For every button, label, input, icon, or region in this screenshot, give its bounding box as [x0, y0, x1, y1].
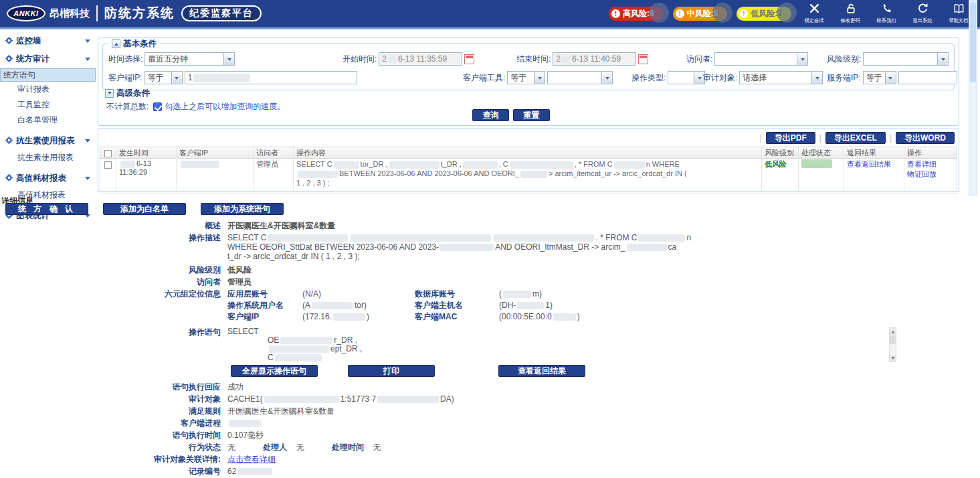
start-time-input[interactable]: 26-13 11:35:59 [379, 52, 462, 66]
no-count-checkbox[interactable] [153, 102, 162, 111]
calendar-icon[interactable] [464, 54, 474, 64]
print-button[interactable]: 打印 [348, 365, 435, 377]
client-tool-select[interactable] [547, 71, 613, 84]
redaction-blur [627, 244, 667, 251]
filter-container: 基本条件 时间选择: 最近五分钟 开始时间: 26-13 11:35:59 结束… [98, 37, 959, 126]
redaction-blur [517, 302, 544, 309]
header-underline [0, 27, 980, 29]
cell-visitor: 管理员 [254, 159, 294, 193]
gear-icon [5, 37, 13, 46]
client-tool-op-select[interactable]: 等于 [507, 71, 545, 84]
view-relation-detail-link[interactable]: 点击查看详细 [227, 455, 276, 464]
redaction-blur [463, 161, 498, 169]
high-risk-badge[interactable]: ! 高风险:8 [609, 7, 664, 21]
change-password-button[interactable]: 修改密码 [837, 3, 864, 24]
add-whitelist-button[interactable]: 添加为白名单 [103, 203, 186, 215]
logout-arrow-icon [917, 3, 928, 16]
summary-row: 概述 开医嘱医生&开医嘱科室&数量 [0, 221, 980, 231]
sidebar-group-monitor-wall[interactable]: 监控墙 [0, 32, 96, 50]
sidebar-item-audit-report[interactable]: 审计报表 [0, 82, 96, 97]
redaction-blur [520, 171, 547, 178]
calendar-icon[interactable] [638, 54, 648, 64]
detail-rows: 概述 开医嘱医生&开医嘱科室&数量 操作描述 SELECT C. * FROM … [0, 221, 980, 478]
redaction-blur [638, 234, 685, 242]
query-button[interactable]: 查询 [472, 109, 509, 121]
sidebar-group-consumable-report[interactable]: 高值耗材报表 [0, 169, 96, 187]
risk-level-field: 风险级别: [827, 52, 949, 66]
export-word-button[interactable]: 导出WORD [896, 132, 955, 144]
view-detail-link[interactable]: 查看详细 [907, 160, 937, 168]
redaction-blur [553, 313, 576, 321]
chevron-down-icon [85, 139, 90, 145]
sidebar-item-tool-monitor[interactable]: 工具监控 [0, 97, 96, 112]
redaction-blur [333, 313, 365, 321]
redaction-blur [801, 159, 832, 168]
scroll-up-icon[interactable] [890, 328, 896, 335]
risk-level-select[interactable] [863, 52, 949, 66]
redaction-blur [377, 396, 439, 403]
col-time: 发生时间 [116, 147, 177, 159]
audit-target-value: CACHE1(1:51773 7DA) [227, 394, 454, 404]
fullscreen-sql-button[interactable]: 全屏显示操作语句 [231, 365, 318, 377]
row-checkbox[interactable] [104, 161, 112, 169]
server-ip-op-select[interactable]: 等于 [863, 71, 896, 84]
redaction-blur [237, 468, 272, 475]
client-ip-op-select[interactable]: 等于 [144, 71, 183, 84]
client-ip-input[interactable]: 1 [185, 71, 357, 84]
tongfang-confirm-button[interactable]: 统 方 确 认 [5, 203, 88, 215]
visitor-select[interactable] [714, 52, 808, 66]
no-count-row: 不计算总数: 勾选上之后可以增加查询的速度。 [106, 101, 285, 112]
redaction-blur [120, 161, 135, 168]
header-divider [96, 5, 98, 21]
audit-target-select[interactable]: 请选择 [739, 71, 823, 84]
redaction-blur [614, 161, 645, 169]
scroll-down-icon[interactable] [890, 355, 896, 362]
export-pdf-button[interactable]: 导出PDF [766, 132, 815, 144]
collapse-toggle-icon[interactable] [105, 89, 114, 98]
cell-time: 6-13 11:36:29 [116, 159, 177, 193]
help-docs-button[interactable]: 帮助文档 [945, 3, 972, 24]
contact-us-button[interactable]: 联系我们 [873, 3, 900, 24]
sidebar-item-whitelist-mgmt[interactable]: 白名单管理 [0, 112, 96, 128]
book-icon [953, 3, 965, 16]
view-return-result-button[interactable]: 查看返回结果 [498, 365, 585, 377]
sidebar-group-tongfang-audit[interactable]: 统方审计 [0, 50, 96, 68]
collapse-toggle-icon[interactable] [112, 39, 120, 48]
select-all-checkbox[interactable] [104, 150, 112, 157]
exec-time-row: 语句执行时间 0.107毫秒 [0, 430, 980, 441]
low-risk-badge[interactable]: ! 低风险:3 [737, 7, 791, 21]
scrollbar-thumb[interactable] [890, 335, 896, 344]
mid-risk-badge[interactable]: ! 中风险:5 [673, 7, 728, 21]
server-ip-input[interactable] [898, 71, 957, 84]
time-range-select[interactable]: 最近五分钟 [144, 52, 235, 66]
time-select-field: 时间选择: 最近五分钟 [108, 52, 235, 66]
op-type-field: 操作类型: [631, 71, 705, 84]
exec-response-row: 语句执行回应 成功 [0, 382, 980, 392]
alert-icon: ! [611, 9, 620, 18]
export-excel-button[interactable]: 导出EXCEL [825, 132, 886, 144]
visitor-field: 访问者: [686, 52, 808, 66]
reset-button[interactable]: 重置 [513, 109, 550, 121]
scrollbar-thumb[interactable] [970, 2, 976, 82]
col-content: 操作内容 [294, 147, 762, 159]
view-return-result-link[interactable]: 查看返回结果 [847, 160, 891, 168]
redaction-blur [229, 420, 261, 427]
op-type-select[interactable] [668, 71, 705, 84]
redaction-blur [264, 396, 339, 403]
redaction-blur [280, 337, 332, 344]
logout-button[interactable]: 退出系统 [909, 3, 936, 24]
sidebar-item-antibiotic-report[interactable]: 抗生素使用报表 [0, 150, 96, 165]
redaction-blur [494, 234, 594, 242]
end-time-input[interactable]: 26-13 11:40:59 [553, 52, 636, 66]
sql-box-scrollbar[interactable] [889, 327, 896, 362]
sidebar-group-antibiotic-report[interactable]: 抗生素使用报表 [0, 132, 96, 150]
chevron-down-icon [811, 72, 822, 84]
table-row: 6-13 11:36:29 管理员 SELECT Ctor_DR ,t_DR ,… [100, 159, 957, 193]
lock-session-button[interactable]: 锁定会话 [801, 3, 827, 24]
sidebar-item-tongfang-statement[interactable]: 统方语句 [0, 68, 96, 82]
add-system-statement-button[interactable]: 添加为系统语句 [201, 203, 284, 215]
page-scrollbar[interactable] [969, 0, 977, 195]
chevron-down-icon [534, 72, 545, 84]
server-ip-field: 服务端IP: 等于 [827, 71, 957, 84]
evidence-replay-link[interactable]: 物证回放 [907, 170, 937, 178]
